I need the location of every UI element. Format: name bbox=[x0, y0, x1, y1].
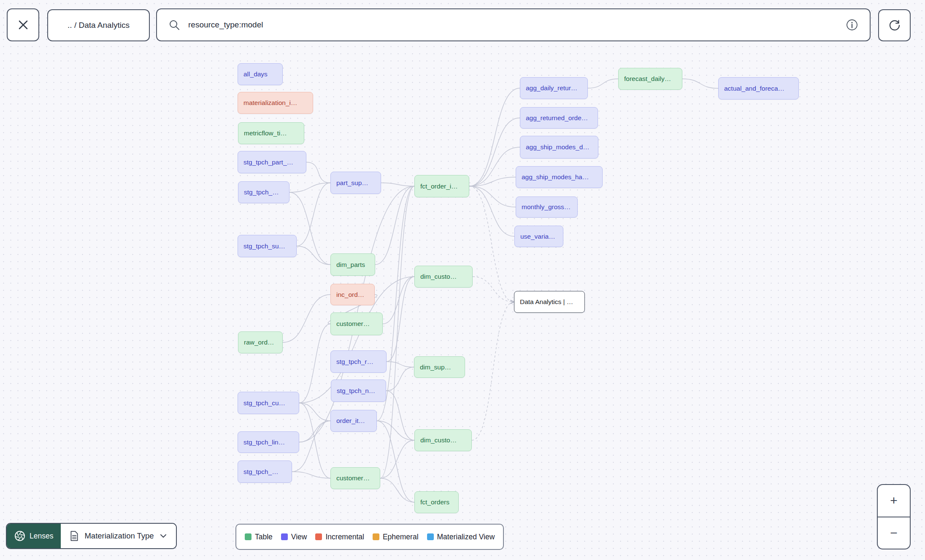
legend-swatch bbox=[281, 533, 288, 540]
legend-swatch bbox=[315, 533, 322, 540]
document-icon bbox=[69, 530, 79, 541]
legend-label: View bbox=[291, 533, 307, 541]
graph-node-part_sup[interactable]: part_sup… bbox=[330, 172, 381, 194]
edge-stg_tpch_cu-to-customer_bottom bbox=[299, 403, 330, 479]
graph-node-dim_custo_top[interactable]: dim_custo… bbox=[414, 266, 473, 288]
graph-node-stg_tpch_top[interactable]: stg_tpch_… bbox=[238, 181, 289, 203]
edge-forecast_daily-to-actual_and_foreca bbox=[682, 79, 718, 89]
graph-node-materialization_i[interactable]: materialization_i… bbox=[238, 92, 313, 114]
graph-node-order_it[interactable]: order_it… bbox=[330, 410, 377, 432]
legend-swatch bbox=[373, 533, 379, 540]
graph-node-stg_tpch_n[interactable]: stg_tpch_n… bbox=[331, 380, 386, 402]
legend-swatch bbox=[245, 533, 252, 540]
aperture-icon bbox=[14, 530, 25, 541]
graph-node-stg_tpch_cu[interactable]: stg_tpch_cu… bbox=[238, 392, 299, 414]
graph-node-stg_tpch_bottom[interactable]: stg_tpch_… bbox=[238, 460, 292, 483]
edge-stg_tpch_su-to-dim_parts bbox=[297, 246, 330, 265]
breadcrumb[interactable]: .. / Data Analytics bbox=[47, 9, 150, 41]
legend-label: Table bbox=[255, 533, 273, 541]
edge-fct_order_i-to-agg_returned_orde bbox=[469, 118, 520, 186]
graph-node-all_days[interactable]: all_days bbox=[238, 63, 283, 85]
edge-dim_custo_top-to-exposure_data_analytics bbox=[473, 277, 514, 302]
lens-name: Materialization Type bbox=[84, 531, 154, 541]
graph-node-stg_tpch_part[interactable]: stg_tpch_part_… bbox=[238, 151, 306, 173]
refresh-button[interactable] bbox=[878, 9, 911, 41]
edge-fct_order_i-to-use_varia bbox=[469, 186, 514, 237]
lenses-label: Lenses bbox=[30, 532, 53, 541]
legend-label: Materialized View bbox=[437, 533, 495, 541]
graph-node-inc_ord[interactable]: inc_ord… bbox=[330, 284, 375, 305]
edge-part_sup-to-fct_order_i bbox=[381, 183, 414, 186]
legend-item-materialized-view: Materialized View bbox=[427, 533, 495, 541]
lens-selector[interactable]: Materialization Type bbox=[61, 524, 176, 548]
search-icon bbox=[168, 19, 181, 31]
materialization-legend: TableViewIncrementalEphemeralMaterialize… bbox=[235, 524, 504, 550]
graph-node-monthly_gross[interactable]: monthly_gross… bbox=[516, 197, 578, 218]
edge-dim_custo_bottom-to-exposure_data_analytics bbox=[472, 302, 514, 440]
legend-item-view: View bbox=[281, 533, 307, 541]
graph-node-dim_parts[interactable]: dim_parts bbox=[330, 253, 375, 276]
edge-stg_tpch_part-to-part_sup bbox=[306, 162, 330, 183]
graph-node-stg_tpch_lin[interactable]: stg_tpch_lin… bbox=[238, 431, 299, 453]
graph-node-raw_ord[interactable]: raw_ord… bbox=[238, 331, 283, 353]
zoom-out-button[interactable]: − bbox=[878, 517, 910, 549]
graph-node-dim_sup[interactable]: dim_sup… bbox=[414, 356, 465, 378]
graph-node-fct_orders[interactable]: fct_orders bbox=[414, 491, 459, 513]
lenses-button[interactable]: Lenses bbox=[7, 524, 61, 548]
breadcrumb-label: .. / Data Analytics bbox=[68, 21, 130, 30]
edge-stg_tpch_cu-to-customer_top bbox=[299, 324, 330, 403]
zoom-controls: + − bbox=[877, 484, 911, 549]
edge-stg_tpch_su-to-part_sup bbox=[297, 183, 330, 246]
edge-stg_tpch_lin-to-order_it bbox=[299, 421, 330, 442]
edge-customer_bottom-to-dim_custo_bottom bbox=[380, 440, 414, 478]
graph-node-agg_ship_modes_ha[interactable]: agg_ship_modes_ha… bbox=[516, 166, 603, 188]
edge-fct_order_i-to-agg_ship_modes_d bbox=[469, 147, 520, 186]
edge-order_it-to-dim_custo_bottom bbox=[377, 421, 414, 440]
graph-node-customer_bottom[interactable]: customer… bbox=[330, 467, 380, 489]
graph-node-metricflow_ti[interactable]: metricflow_ti… bbox=[238, 122, 304, 144]
legend-item-ephemeral: Ephemeral bbox=[373, 533, 419, 541]
edge-order_it-to-fct_orders bbox=[377, 421, 414, 502]
edge-agg_daily_retur-to-forecast_daily bbox=[588, 79, 618, 88]
edge-stg_tpch_cu-to-order_it bbox=[299, 403, 330, 421]
refresh-icon bbox=[888, 19, 901, 32]
legend-label: Incremental bbox=[325, 533, 364, 541]
legend-item-table: Table bbox=[245, 533, 273, 541]
close-icon bbox=[17, 19, 30, 31]
lineage-canvas[interactable]: all_daysmaterialization_i…metricflow_ti…… bbox=[0, 0, 925, 560]
graph-node-fct_order_i[interactable]: fct_order_i… bbox=[414, 175, 469, 197]
graph-node-actual_and_foreca[interactable]: actual_and_foreca… bbox=[718, 77, 799, 100]
zoom-in-button[interactable]: + bbox=[878, 485, 910, 517]
graph-node-stg_tpch_r[interactable]: stg_tpch_r… bbox=[330, 350, 387, 373]
edge-customer_bottom-to-fct_order_i bbox=[380, 186, 414, 479]
chevron-down-icon bbox=[159, 532, 168, 540]
search-input[interactable] bbox=[187, 20, 845, 30]
edge-fct_order_i-to-monthly_gross bbox=[469, 186, 516, 207]
edge-stg_tpch_top-to-part_sup bbox=[289, 183, 330, 193]
edge-fct_order_i-to-agg_daily_retur bbox=[469, 88, 520, 186]
edge-customer_top-to-dim_custo_top bbox=[383, 277, 414, 324]
graph-node-forecast_daily[interactable]: forecast_daily… bbox=[618, 68, 682, 90]
close-button[interactable] bbox=[7, 8, 39, 41]
edge-fct_order_i-to-exposure_data_analytics bbox=[469, 186, 514, 302]
graph-node-agg_daily_retur[interactable]: agg_daily_retur… bbox=[520, 77, 588, 99]
graph-node-exposure_data_analytics[interactable]: Data Analytics | … bbox=[514, 291, 585, 313]
graph-node-stg_tpch_su[interactable]: stg_tpch_su… bbox=[238, 235, 297, 257]
edge-stg_tpch_n-to-dim_custo_bottom bbox=[386, 391, 414, 441]
legend-swatch bbox=[427, 533, 434, 540]
info-icon[interactable] bbox=[845, 18, 859, 32]
graph-node-customer_top[interactable]: customer… bbox=[330, 312, 383, 335]
graph-node-agg_ship_modes_d[interactable]: agg_ship_modes_d… bbox=[520, 136, 598, 159]
graph-node-use_varia[interactable]: use_varia… bbox=[514, 226, 563, 247]
search-bar[interactable] bbox=[156, 8, 871, 41]
legend-item-incremental: Incremental bbox=[315, 533, 364, 541]
edge-customer_bottom-to-fct_orders bbox=[380, 478, 414, 502]
legend-label: Ephemeral bbox=[383, 533, 419, 541]
graph-node-agg_returned_orde[interactable]: agg_returned_orde… bbox=[520, 107, 598, 129]
graph-node-dim_custo_bottom[interactable]: dim_custo… bbox=[414, 429, 472, 451]
edge-raw_ord-to-inc_ord bbox=[283, 295, 330, 343]
edge-fct_order_i-to-agg_ship_modes_ha bbox=[469, 177, 516, 186]
lenses-pill: Lenses Materialization Type bbox=[6, 523, 177, 549]
